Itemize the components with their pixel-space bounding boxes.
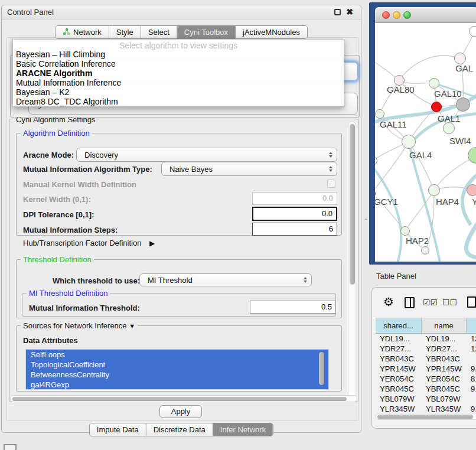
table-cell[interactable] (467, 394, 476, 404)
tab-cyni-toolbox[interactable]: Cyni Toolbox (177, 26, 236, 38)
sources-title[interactable]: Sources for Network Inference ▼ (21, 321, 138, 330)
node-swi4[interactable] (443, 122, 455, 134)
corner-widget-icon[interactable] (4, 444, 17, 450)
node-gal1[interactable] (431, 102, 442, 112)
zoom-traffic-light-icon[interactable] (403, 11, 411, 19)
menu-item-dream8[interactable]: Dream8 DC_TDC Algorithm (15, 97, 340, 106)
table-cell[interactable]: YDR27... (376, 344, 422, 354)
columns-icon[interactable] (405, 297, 415, 308)
mi-steps-field[interactable]: 6 (252, 223, 337, 236)
table-cell[interactable]: 8. (467, 374, 476, 384)
table-hscrollbar[interactable] (376, 413, 476, 420)
list-item-selfloops[interactable]: SelfLoops (26, 350, 328, 360)
column-header-name[interactable]: name (422, 318, 467, 334)
node-gal4[interactable] (402, 135, 416, 149)
mi-algorithm-type-combo[interactable]: Naive Bayes (161, 162, 337, 176)
tab-style[interactable]: Style (109, 26, 141, 38)
table-hscrollbar-thumb[interactable] (377, 415, 473, 419)
node-gal11[interactable] (375, 109, 384, 119)
menu-item-bayesian-hill-climbing[interactable]: Bayesian – Hill Climbing (15, 50, 340, 59)
control-panel-titlebar: Control Panel ✖ (2, 5, 361, 19)
file-icon[interactable] (467, 296, 476, 308)
table-cell[interactable]: YER054C (422, 374, 467, 384)
column-header-shared-name[interactable]: shared... (376, 318, 422, 334)
tab-infer-network[interactable]: Infer Network (213, 423, 273, 436)
table-cell[interactable]: YBL079W (422, 394, 467, 404)
float-window-icon[interactable] (334, 9, 341, 15)
list-item-topologicalcoefficient[interactable]: TopologicalCoefficient (26, 360, 328, 370)
manual-kernel-checkbox[interactable] (327, 180, 335, 188)
node-label: GAL10 (434, 89, 462, 99)
table-cell[interactable] (467, 354, 476, 364)
pane-divider-grip[interactable]: ⌃ (363, 217, 369, 225)
menu-item-bayesian-k2[interactable]: Bayesian – K2 (15, 87, 340, 97)
network-window-titlebar[interactable] (375, 7, 476, 23)
node-unlabeled-top[interactable] (469, 26, 476, 37)
tab-label: Network (73, 28, 102, 37)
table-cell[interactable]: YER054C (376, 374, 422, 384)
node-label: GCY1 (375, 197, 398, 207)
unchecked-boxes-icon[interactable]: ☐☐ (442, 298, 457, 307)
node-gray[interactable] (456, 97, 470, 112)
table-cell[interactable]: YBR043C (376, 354, 422, 364)
menu-item-mutual-information[interactable]: Mutual Information Inference (15, 78, 340, 87)
minimize-traffic-light-icon[interactable] (393, 11, 400, 19)
tab-discretize-data[interactable]: Discretize Data (146, 423, 213, 436)
table-panel-title: Table Panel (376, 272, 416, 281)
mi-threshold-field[interactable]: 0.5 (250, 301, 336, 314)
table-cell[interactable]: YDL19... (422, 334, 467, 344)
dpi-tolerance-field[interactable]: 0.0 (252, 207, 337, 221)
network-canvas[interactable]: GAL GAL80 GAL10 GAL1 GAL11 SWI4 GAL4 GCY… (375, 23, 476, 262)
aracne-mode-label: Aracne Mode: (23, 151, 74, 159)
table-cell[interactable]: 13 (467, 334, 476, 344)
network-view-window: GAL GAL80 GAL10 GAL1 GAL11 SWI4 GAL4 GCY… (369, 2, 476, 265)
close-icon[interactable]: ✖ (346, 7, 353, 17)
node-gal10[interactable] (429, 78, 439, 89)
menu-item-aracne[interactable]: ARACNE Algorithm (15, 69, 340, 78)
node-unlabeled-bottom[interactable] (421, 246, 429, 255)
tab-impute-data[interactable]: Impute Data (90, 423, 146, 436)
node-gal-pink[interactable] (454, 53, 466, 64)
settings-hscrollbar[interactable] (10, 395, 357, 402)
algorithm-definition-title: Algorithm Definition (21, 129, 92, 138)
dropdown-placeholder: Select algorithm to view settings (13, 41, 344, 50)
node-pink-right[interactable] (467, 184, 476, 196)
node-hap4[interactable] (428, 184, 440, 196)
table-cell[interactable]: 9. (467, 384, 476, 394)
hub-definition-expander[interactable]: Hub/Transcription Factor Definition ▶ (23, 239, 155, 247)
table-cell[interactable]: YPR145W (422, 364, 467, 374)
which-threshold-combo[interactable]: MI Threshold (139, 273, 312, 286)
settings-scrollbar-thumb[interactable] (350, 124, 355, 285)
attributes-scrollbar[interactable] (318, 351, 325, 387)
list-item-betweennesscentrality[interactable]: BetweennessCentrality (26, 370, 328, 380)
table-cell[interactable]: 12 (467, 344, 476, 354)
attributes-scrollbar-thumb[interactable] (319, 352, 324, 385)
table-cell[interactable]: YBR045C (376, 384, 422, 394)
table-cell[interactable]: YBR043C (422, 354, 467, 364)
table-cell[interactable]: YBR045C (422, 384, 467, 394)
kernel-width-field[interactable]: 0.0 (252, 192, 337, 205)
apply-button[interactable]: Apply (159, 405, 202, 418)
tab-jactivemnodules[interactable]: jActiveMNodules (236, 26, 307, 38)
list-item-gal4rgexp[interactable]: gal4RGexp (26, 380, 328, 390)
aracne-mode-combo[interactable]: Discovery (76, 148, 337, 162)
checked-boxes-icon[interactable]: ☑☑ (423, 298, 438, 307)
node-hap2[interactable] (400, 226, 410, 236)
column-header-third[interactable]: A (467, 318, 476, 334)
node-label: GAL11 (380, 119, 407, 129)
table-cell[interactable]: YPR145W (376, 364, 422, 374)
close-traffic-light-icon[interactable] (382, 11, 390, 19)
node-label: HAP4 (436, 197, 459, 207)
tab-select[interactable]: Select (141, 26, 177, 38)
settings-hscrollbar-thumb[interactable] (12, 397, 347, 401)
table-cell[interactable]: YBL079W (376, 394, 422, 404)
gear-icon[interactable]: ⚙ (383, 295, 394, 309)
which-threshold-label: Which threshold to use: (53, 276, 140, 285)
tab-network[interactable]: Network (56, 26, 109, 38)
table-cell[interactable]: YDR27... (422, 344, 467, 354)
table-cell[interactable]: 9. (467, 364, 476, 374)
settings-scrollbar[interactable] (348, 121, 356, 400)
expander-arrow-icon: ▶ (149, 239, 155, 247)
table-cell[interactable]: YDL19... (376, 334, 422, 344)
menu-item-basic-correlation[interactable]: Basic Correlation Inference (15, 59, 340, 69)
